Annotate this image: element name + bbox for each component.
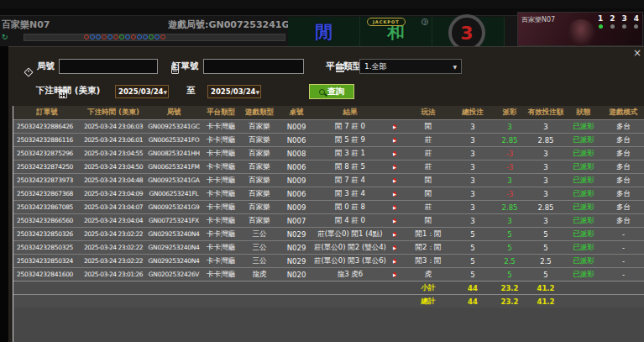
cell-bet_time: 2025-03-24 23:02:22 (81, 244, 146, 251)
cell-order_no: 250324232873973 (13, 176, 81, 184)
bead-red-icon (84, 34, 89, 39)
cell-result: 閒 7 莊 0 (314, 122, 386, 132)
dealer-image (567, 19, 595, 47)
replay-icon[interactable]: ▶ (393, 218, 396, 224)
date-to-picker[interactable]: 2025/03/24 ▼ (207, 85, 261, 98)
cell-replay: ▶ (386, 203, 403, 212)
cell-valid_bet: 5 (527, 271, 564, 279)
camera-dot-3 (622, 24, 626, 29)
cell-result: 龍3 虎6 (314, 270, 386, 280)
camera-numbers: 1234 (598, 14, 639, 23)
cell-game_type: 百家樂 (240, 176, 279, 186)
table-body: 2503242328864262025-03-24 23:06:03GN0092… (13, 119, 644, 308)
cell-status: 已派彩 (564, 270, 603, 280)
bead-red-icon (160, 34, 165, 39)
cell-order_no: 250324232875296 (13, 150, 81, 157)
cell-payout: 2.5 (492, 257, 527, 266)
cell-play: 莊 (403, 149, 453, 159)
camera-number-3[interactable]: 3 (621, 14, 626, 23)
video-thumbnail[interactable]: 百家樂N07 1234 (517, 12, 643, 46)
cell-round_no: GN009253241G9 (146, 203, 202, 211)
cell-total_bet: 5 (453, 271, 492, 279)
cell-game_type: 百家樂 (240, 203, 279, 213)
cell-result: 莊(單公0) 閒2 (雙公4) (314, 243, 386, 253)
platform-type-select[interactable]: 1.全部 ▼ (359, 59, 462, 74)
replay-icon[interactable]: ▶ (393, 192, 396, 197)
help-icon[interactable]: ? (421, 18, 428, 25)
close-icon[interactable]: × (633, 47, 641, 59)
replay-icon[interactable]: ▶ (393, 245, 396, 250)
cell-play: 閒 (403, 176, 453, 186)
bead-blue-icon (90, 34, 95, 39)
chevron-down-icon: ▼ (453, 64, 457, 70)
cell-round_no: GN008253241HH (146, 150, 202, 157)
cell-payout: -3 (492, 150, 527, 158)
round-no-input[interactable] (59, 59, 158, 74)
cell-mode: 多台 (603, 149, 644, 159)
cell-replay: ▶ (386, 189, 403, 198)
cell-order_no: 250324232867368 (13, 190, 81, 197)
replay-icon[interactable]: ▶ (393, 151, 396, 156)
cell-round_no: GN007253241FX (146, 217, 202, 224)
table-row: 2503242328503262025-03-24 23:02:22GN0292… (13, 227, 644, 240)
bead-blue-icon (107, 34, 113, 39)
column-header-status: 狀態 (564, 108, 603, 118)
cell-round_no: GN0202532426V (146, 271, 202, 278)
camera-selector: 1234 (598, 14, 639, 29)
camera-number-1[interactable]: 1 (598, 14, 603, 23)
cell-total_bet: 3 (453, 136, 492, 145)
cell-bet_time: 2025-03-24 23:06:03 (81, 123, 146, 130)
cell-valid_bet: 2.85 (527, 136, 564, 145)
cell-game_type: 百家樂 (240, 216, 279, 226)
replay-icon[interactable]: ▶ (393, 165, 396, 170)
refresh-icon[interactable]: ↻ (2, 33, 8, 41)
cell-platform: 卡卡灣廳 (202, 216, 240, 226)
replay-icon[interactable]: ▶ (393, 205, 396, 210)
replay-icon[interactable]: ▶ (393, 259, 396, 264)
column-header-mode: 遊戲模式 (603, 108, 644, 118)
date-from-picker[interactable]: 2025/03/24 ▼ (115, 85, 169, 98)
cell-payout: 5 (492, 244, 527, 252)
replay-icon[interactable]: ▶ (393, 138, 396, 143)
cell-status: 已派彩 (564, 135, 603, 145)
search-button-label: 查詢 (327, 86, 344, 97)
cell-replay: ▶ (386, 243, 403, 252)
cell-result: 閒 0 莊 8 (314, 203, 386, 213)
bet-zone-和[interactable]: 和JACKPOT? (360, 17, 432, 46)
cell-valid_bet: 3 (527, 163, 564, 171)
cell-table_no: N006 (279, 136, 314, 145)
date-from-value: 2025/03/24 (118, 87, 164, 96)
order-no-input[interactable] (203, 59, 304, 74)
cell-bet_time: 2025-03-24 23:02:22 (81, 230, 146, 238)
date-range-to-label: 至 (186, 85, 196, 97)
cell-game_type: 百家樂 (240, 135, 279, 145)
cell-platform: 卡卡灣廳 (202, 256, 240, 266)
replay-icon[interactable]: ▶ (393, 232, 396, 237)
cell-status: 已派彩 (564, 149, 603, 159)
table-row: 2503242328503252025-03-24 23:02:22GN0292… (13, 240, 644, 254)
replay-icon[interactable]: ▶ (393, 272, 396, 277)
cell-total_bet: 3 (453, 163, 492, 171)
bet-zone-閒[interactable]: 閒 (288, 17, 360, 46)
cell-mode: 多台 (603, 162, 644, 172)
cell-status: 已派彩 (564, 162, 603, 172)
cell-valid_bet: 3 (527, 217, 564, 225)
cell-valid_bet: 5 (527, 244, 564, 252)
cell-round_no: GN006253241FL (146, 190, 202, 197)
cell-game_type: 百家樂 (240, 189, 279, 199)
subtotal-row-label: 小計 (403, 283, 453, 293)
search-button[interactable]: 查詢 (309, 84, 354, 99)
cell-platform: 卡卡灣廳 (202, 189, 240, 199)
cell-order_no: 250324232886426 (13, 123, 81, 130)
cell-status: 已派彩 (564, 189, 603, 199)
camera-number-2[interactable]: 2 (610, 14, 615, 23)
cell-play: 閒3：閒 (403, 256, 453, 266)
cell-payout: 3 (492, 176, 527, 185)
bead-green-icon (119, 34, 124, 39)
replay-icon[interactable]: ▶ (393, 124, 396, 129)
cell-valid_bet: 2.85 (527, 203, 564, 212)
grand-total-row-valid_bet: 41.2 (527, 297, 564, 306)
replay-icon[interactable]: ▶ (393, 178, 396, 183)
camera-number-4[interactable]: 4 (634, 14, 639, 23)
cell-total_bet: 5 (453, 230, 492, 239)
